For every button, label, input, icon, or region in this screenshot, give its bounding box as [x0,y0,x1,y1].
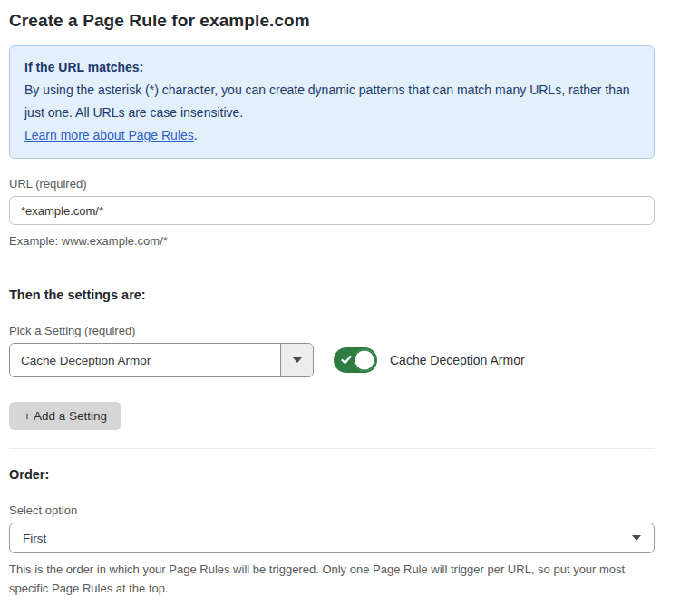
create-page-rule-dialog: Create a Page Rule for example.com If th… [0,0,680,616]
order-select-value: First [23,532,46,545]
order-select-label: Select option [9,504,655,517]
setting-toggle-group: Cache Deception Armor [334,347,525,373]
info-box-link-line: Learn more about Page Rules. [24,124,639,147]
setting-toggle-label: Cache Deception Armor [390,353,525,367]
order-helper-text: This is the order in which your Page Rul… [9,560,655,598]
link-suffix: . [194,128,198,142]
url-input[interactable] [9,196,655,225]
setting-select-value: Cache Deception Armor [10,344,280,376]
setting-select-arrow-button[interactable] [280,344,313,376]
check-icon [341,354,352,366]
settings-section-heading: Then the settings are: [9,288,655,302]
learn-more-link[interactable]: Learn more about Page Rules [24,128,194,142]
divider [9,269,655,269]
url-field-helper: Example: www.example.com/* [9,231,655,250]
setting-picker-label: Pick a Setting (required) [9,324,655,337]
url-field-label: URL (required) [9,177,655,191]
chevron-down-icon [293,357,302,363]
divider [9,448,655,449]
setting-toggle[interactable] [334,347,377,373]
info-box-heading: If the URL matches: [24,56,639,79]
add-setting-button[interactable]: + Add a Setting [9,402,121,430]
order-section-heading: Order: [9,467,655,482]
page-title: Create a Page Rule for example.com [9,11,655,31]
order-select[interactable]: First [9,523,655,553]
info-box-body: By using the asterisk (*) character, you… [24,79,639,124]
url-match-info-box: If the URL matches: By using the asteris… [9,45,655,159]
setting-select[interactable]: Cache Deception Armor [9,343,314,377]
toggle-knob [354,349,375,371]
setting-row: Cache Deception Armor Cache Deception Ar… [9,343,655,377]
chevron-down-icon [632,535,641,541]
